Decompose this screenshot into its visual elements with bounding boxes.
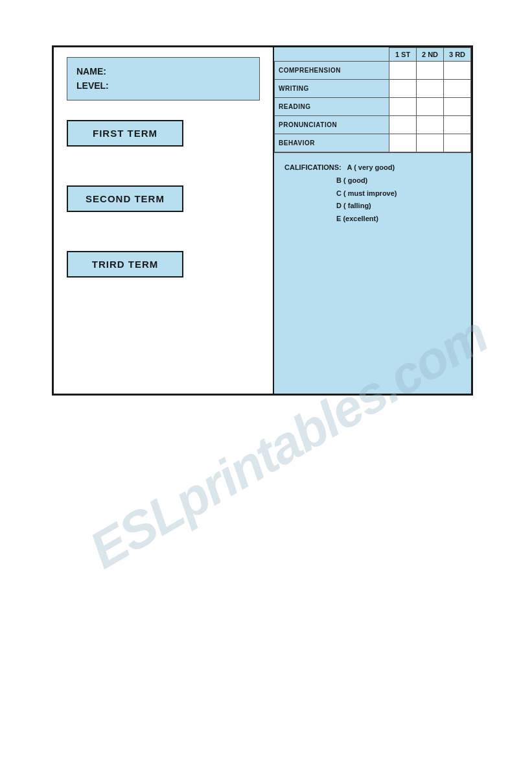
qual-grade-a: A ( very good) [347,163,395,171]
grade-cell-behav-1[interactable] [389,134,417,152]
grade-cell-pron-1[interactable] [389,116,417,134]
grade-cell-writ-2[interactable] [417,80,444,98]
row-label-behavior: BEHAVIOR [275,134,389,152]
qualifications-box: CALIFICATIONS: A ( very good) B ( good) … [274,152,471,394]
grade-cell-pron-3[interactable] [444,116,471,134]
table-row-pronunciation: PRONUNCIATION [275,116,471,134]
table-row-comprehension: COMPREHENSION [275,62,471,80]
grade-cell-writ-3[interactable] [444,80,471,98]
report-card: NAME: LEVEL: FIRST TERM SECOND TERM TRIR… [52,45,473,396]
left-panel: NAME: LEVEL: FIRST TERM SECOND TERM TRIR… [54,47,274,394]
qual-grade-d: D ( falling) [284,200,461,213]
grade-cell-behav-2[interactable] [417,134,444,152]
grade-cell-comp-2[interactable] [417,62,444,80]
first-term-box: FIRST TERM [67,120,183,147]
table-header-1st: 1 ST [389,48,417,62]
grades-table: 1 ST 2 ND 3 RD COMPREHENSION WRITING [274,47,471,152]
row-label-reading: READING [275,98,389,116]
grade-cell-pron-2[interactable] [417,116,444,134]
table-header-3rd: 3 RD [444,48,471,62]
name-label: NAME: [76,64,250,78]
name-level-box: NAME: LEVEL: [67,57,260,101]
qual-grade-b: B ( good) [284,174,461,187]
grade-cell-writ-1[interactable] [389,80,417,98]
qualifications-title: CALIFICATIONS: A ( very good) [284,163,395,171]
page-container: NAME: LEVEL: FIRST TERM SECOND TERM TRIR… [0,0,532,758]
right-panel: 1 ST 2 ND 3 RD COMPREHENSION WRITING [274,47,471,394]
second-term-box: SECOND TERM [67,185,183,212]
grade-cell-comp-1[interactable] [389,62,417,80]
grade-cell-comp-3[interactable] [444,62,471,80]
grade-cell-behav-3[interactable] [444,134,471,152]
table-header-empty [275,48,389,62]
qual-grade-c: C ( must improve) [284,187,461,200]
table-row-writing: WRITING [275,80,471,98]
row-label-comprehension: COMPREHENSION [275,62,389,80]
level-label: LEVEL: [76,78,250,93]
grade-cell-read-3[interactable] [444,98,471,116]
row-label-pronunciation: PRONUNCIATION [275,116,389,134]
grade-cell-read-1[interactable] [389,98,417,116]
third-term-box: TRIRD TERM [67,251,183,278]
table-header-2nd: 2 ND [417,48,444,62]
table-header-row: 1 ST 2 ND 3 RD [275,48,471,62]
grade-cell-read-2[interactable] [417,98,444,116]
table-row-reading: READING [275,98,471,116]
row-label-writing: WRITING [275,80,389,98]
table-row-behavior: BEHAVIOR [275,134,471,152]
qual-grade-e: E (excellent) [284,213,461,226]
